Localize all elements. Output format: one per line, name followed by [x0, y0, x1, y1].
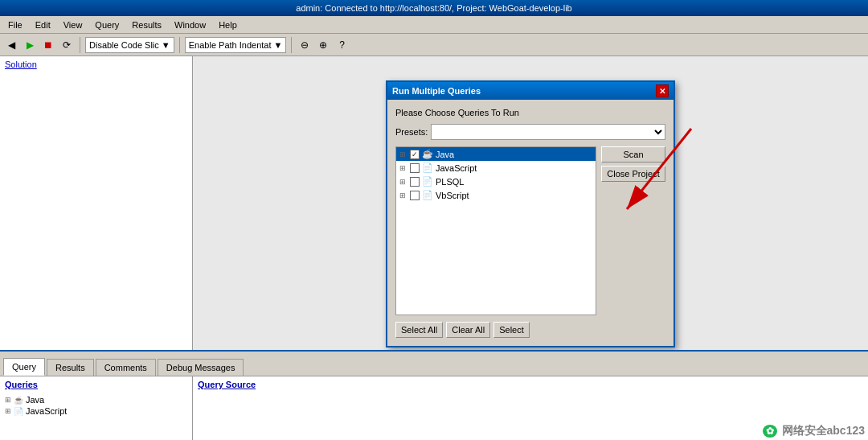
java-icon: ☕ — [422, 149, 433, 159]
toolbar-help-icon[interactable]: ? — [334, 37, 350, 53]
expand-icon: ⊞ — [399, 191, 407, 199]
javascript-bottom-label: JavaScript — [26, 406, 67, 416]
solution-label[interactable]: Solution — [0, 56, 192, 72]
toolbar-stop-btn[interactable]: ⏹ — [40, 37, 56, 53]
bottom-queries-panel: Queries ⊞ ☕ Java ⊞ 📄 JavaScript — [0, 376, 193, 440]
presets-row: Presets: — [395, 124, 665, 140]
java-bottom-icon: ☕ — [14, 396, 23, 405]
presets-select[interactable] — [431, 124, 665, 140]
tab-comments[interactable]: Comments — [96, 359, 156, 376]
javascript-label: JavaScript — [436, 163, 477, 173]
toolbar-back-btn[interactable]: ◀ — [3, 37, 19, 53]
disable-code-slice-label: Disable Code Slic ▼ — [89, 40, 170, 50]
javascript-bottom-icon: 📄 — [14, 407, 23, 416]
dialog-bottom-buttons: Select All Clear All Select — [395, 322, 665, 338]
expand-icon: ⊞ — [5, 407, 11, 415]
enable-path-indent-dropdown[interactable]: Enable Path Indentat ▼ — [185, 37, 287, 53]
plsql-label: PLSQL — [436, 177, 464, 187]
run-multiple-queries-dialog: Run Multiple Queries ✕ Please Choose Que… — [386, 80, 675, 347]
select-all-button[interactable]: Select All — [395, 322, 443, 338]
toolbar-zoom-in-btn[interactable]: ⊕ — [315, 37, 331, 53]
bottom-panel: Queries ⊞ ☕ Java ⊞ 📄 JavaScript Query So… — [0, 376, 868, 440]
tab-debug-messages[interactable]: Debug Messages — [158, 359, 244, 376]
java-checkbox[interactable]: ✓ — [410, 150, 420, 159]
bottom-tabs: Query Results Comments Debug Messages — [0, 350, 868, 376]
javascript-icon: 📄 — [422, 162, 433, 173]
clear-all-button[interactable]: Clear All — [446, 322, 490, 338]
title-bar: admin: Connected to http://localhost:80/… — [0, 0, 868, 16]
menu-edit[interactable]: Edit — [31, 19, 55, 31]
query-list[interactable]: ⊞ ✓ ☕ Java ⊞ 📄 JavaScript — [395, 146, 596, 315]
expand-icon: ⊞ — [399, 164, 407, 172]
disable-code-slice-dropdown[interactable]: Disable Code Slic ▼ — [85, 37, 174, 53]
close-project-button[interactable]: Close Project — [601, 166, 665, 182]
vbscript-icon: 📄 — [422, 190, 433, 200]
toolbar-zoom-out-btn[interactable]: ⊖ — [297, 37, 313, 53]
list-item[interactable]: ⊞ 📄 VbScript — [396, 188, 596, 202]
plsql-icon: 📄 — [422, 176, 433, 187]
menu-query[interactable]: Query — [90, 19, 124, 31]
left-panel: Solution — [0, 56, 193, 350]
dialog-body: Please Choose Queries To Run Presets: ⊞ — [387, 100, 674, 346]
query-source-header: Query Source — [194, 378, 866, 391]
dialog-titlebar: Run Multiple Queries ✕ — [387, 82, 674, 100]
watermark-icon: ✿ — [763, 425, 777, 438]
modal-overlay: Run Multiple Queries ✕ Please Choose Que… — [193, 56, 868, 350]
toolbar-separator-2 — [179, 37, 180, 53]
list-item[interactable]: ⊞ 📄 JavaScript — [396, 161, 596, 175]
dialog-right-buttons: Scan Close Project — [601, 146, 665, 315]
watermark: ✿ 网络安全abc123 — [763, 424, 865, 438]
dialog-title: Run Multiple Queries — [392, 86, 481, 96]
main-area: Solution Run Multiple Queries ✕ Please C… — [0, 56, 868, 350]
menu-results[interactable]: Results — [127, 19, 166, 31]
dialog-subtitle: Please Choose Queries To Run — [395, 108, 665, 117]
expand-icon: ⊞ — [5, 396, 11, 404]
toolbar-play-btn[interactable]: ▶ — [22, 37, 38, 53]
enable-path-indent-label: Enable Path Indentat ▼ — [189, 40, 283, 50]
dialog-close-button[interactable]: ✕ — [656, 84, 669, 97]
expand-icon: ⊞ — [399, 178, 407, 186]
title-text: admin: Connected to http://localhost:80/… — [296, 3, 571, 13]
toolbar-refresh-btn[interactable]: ⟳ — [59, 37, 75, 53]
toolbar: ◀ ▶ ⏹ ⟳ Disable Code Slic ▼ Enable Path … — [0, 34, 868, 56]
menu-window[interactable]: Window — [170, 19, 211, 31]
tab-query[interactable]: Query — [3, 358, 45, 376]
vbscript-label: VbScript — [436, 191, 469, 200]
select-button[interactable]: Select — [493, 322, 530, 338]
menu-file[interactable]: File — [3, 19, 27, 31]
toolbar-separator-1 — [80, 37, 80, 53]
dialog-content-row: ⊞ ✓ ☕ Java ⊞ 📄 JavaScript — [395, 146, 665, 315]
tab-results[interactable]: Results — [47, 359, 94, 376]
scan-button[interactable]: Scan — [601, 146, 665, 162]
java-label: Java — [436, 150, 454, 159]
presets-label: Presets: — [395, 127, 428, 137]
list-item[interactable]: ⊞ ✓ ☕ Java — [396, 147, 596, 161]
watermark-text: 网络安全abc123 — [782, 424, 865, 437]
list-item[interactable]: ⊞ ☕ Java — [2, 394, 190, 405]
list-item[interactable]: ⊞ 📄 PLSQL — [396, 175, 596, 188]
menu-bar: File Edit View Query Results Window Help — [0, 16, 868, 34]
list-item[interactable]: ⊞ 📄 JavaScript — [2, 405, 190, 417]
expand-icon: ⊞ — [399, 150, 407, 158]
menu-view[interactable]: View — [59, 19, 88, 31]
toolbar-separator-3 — [291, 37, 292, 53]
plsql-checkbox[interactable] — [410, 177, 420, 187]
javascript-checkbox[interactable] — [410, 163, 420, 173]
right-panel: Run Multiple Queries ✕ Please Choose Que… — [193, 56, 868, 350]
vbscript-checkbox[interactable] — [410, 191, 420, 200]
java-bottom-label: Java — [26, 395, 44, 405]
queries-header: Queries — [2, 378, 190, 391]
menu-help[interactable]: Help — [214, 19, 242, 31]
